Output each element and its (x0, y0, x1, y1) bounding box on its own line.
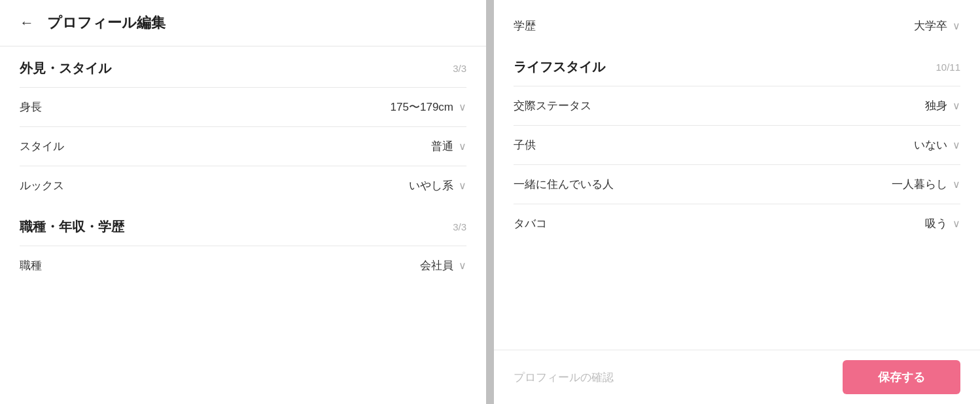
back-button[interactable]: ← (20, 14, 34, 31)
looks-label: ルックス (20, 178, 64, 193)
page-title: プロフィール編集 (47, 13, 166, 33)
lifestyle-section-header: ライフスタイル 10/11 (514, 45, 960, 86)
relationship-chevron-icon: ∨ (953, 100, 960, 112)
smoking-label: タバコ (514, 216, 547, 231)
right-content: 学歴 大学卒 ∨ ライフスタイル 10/11 交際ステータス 独身 ∨ 子供 (494, 0, 980, 350)
occupation-chevron-icon: ∨ (459, 259, 466, 272)
height-field-row[interactable]: 身長 175〜179cm ∨ (20, 87, 466, 126)
appearance-section-title: 外見・スタイル (20, 60, 111, 77)
job-section-count: 3/3 (453, 221, 466, 232)
living-value-container: 一人暮らし ∨ (892, 177, 960, 192)
appearance-section-count: 3/3 (453, 63, 466, 74)
style-value: 普通 (431, 139, 453, 154)
height-value: 175〜179cm (391, 100, 453, 115)
height-label: 身長 (20, 100, 42, 115)
left-panel: ← プロフィール編集 外見・スタイル 3/3 身長 175〜179cm ∨ スタ… (0, 0, 486, 404)
height-chevron-icon: ∨ (459, 101, 466, 113)
education-value-container: 大学卒 ∨ (914, 18, 960, 33)
living-label: 一緒に住んでいる人 (514, 177, 614, 192)
job-section-title: 職種・年収・学歴 (20, 218, 124, 236)
children-chevron-icon: ∨ (953, 139, 960, 151)
looks-chevron-icon: ∨ (459, 179, 466, 192)
looks-value-container: いやし系 ∨ (409, 178, 466, 193)
confirm-label: プロフィールの確認 (514, 370, 614, 385)
relationship-value: 独身 (925, 98, 947, 113)
education-label: 学歴 (514, 18, 536, 33)
relationship-value-container: 独身 ∨ (925, 98, 960, 113)
children-value: いない (914, 138, 947, 153)
relationship-label: 交際ステータス (514, 98, 591, 113)
style-label: スタイル (20, 139, 64, 154)
looks-value: いやし系 (409, 178, 453, 193)
living-value: 一人暮らし (892, 177, 947, 192)
smoking-chevron-icon: ∨ (953, 217, 960, 230)
occupation-field-row[interactable]: 職種 会社員 ∨ (20, 246, 466, 285)
left-header: ← プロフィール編集 (0, 0, 486, 46)
children-label: 子供 (514, 138, 536, 153)
living-field-row[interactable]: 一緒に住んでいる人 一人暮らし ∨ (514, 164, 960, 204)
appearance-section-header: 外見・スタイル 3/3 (20, 46, 466, 87)
relationship-field-row[interactable]: 交際ステータス 独身 ∨ (514, 86, 960, 125)
smoking-field-row[interactable]: タバコ 吸う ∨ (514, 204, 960, 243)
children-field-row[interactable]: 子供 いない ∨ (514, 125, 960, 164)
bottom-bar: プロフィールの確認 保存する (494, 350, 980, 404)
style-value-container: 普通 ∨ (431, 139, 466, 154)
living-chevron-icon: ∨ (953, 178, 960, 191)
education-value: 大学卒 (914, 18, 947, 33)
job-section-header: 職種・年収・学歴 3/3 (20, 205, 466, 246)
looks-field-row[interactable]: ルックス いやし系 ∨ (20, 166, 466, 205)
lifestyle-section-title: ライフスタイル (514, 58, 605, 76)
height-value-container: 175〜179cm ∨ (391, 100, 466, 115)
lifestyle-section-count: 10/11 (936, 62, 960, 73)
smoking-value-container: 吸う ∨ (925, 216, 960, 231)
occupation-value: 会社員 (420, 258, 453, 273)
children-value-container: いない ∨ (914, 138, 960, 153)
left-content: 外見・スタイル 3/3 身長 175〜179cm ∨ スタイル 普通 ∨ ルック… (0, 46, 486, 404)
style-chevron-icon: ∨ (459, 140, 466, 153)
smoking-value: 吸う (925, 216, 947, 231)
style-field-row[interactable]: スタイル 普通 ∨ (20, 126, 466, 166)
occupation-label: 職種 (20, 258, 42, 273)
right-panel: 学歴 大学卒 ∨ ライフスタイル 10/11 交際ステータス 独身 ∨ 子供 (494, 0, 980, 404)
education-chevron-icon: ∨ (953, 20, 960, 32)
education-field-row[interactable]: 学歴 大学卒 ∨ (514, 7, 960, 45)
app-container: ← プロフィール編集 外見・スタイル 3/3 身長 175〜179cm ∨ スタ… (0, 0, 980, 404)
save-button[interactable]: 保存する (843, 360, 960, 394)
occupation-value-container: 会社員 ∨ (420, 258, 466, 273)
